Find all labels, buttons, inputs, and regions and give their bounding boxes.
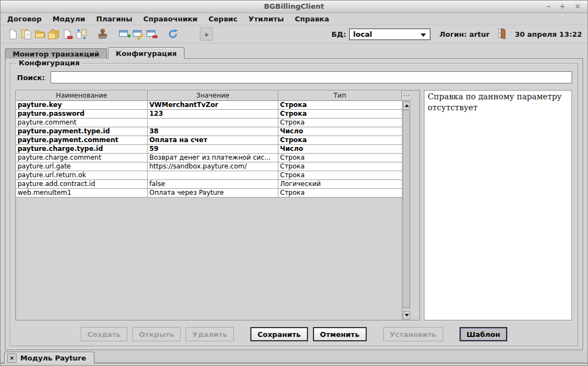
toolbar-right: БД: local Логин: artur 30 апреля 13:22: [332, 27, 582, 41]
cell-name: payture.url.gate: [16, 162, 148, 171]
cell-value: 38: [148, 127, 278, 136]
search-row: Поиск:: [17, 71, 572, 83]
cell-type: Строка: [278, 101, 402, 109]
cell-name: payture.add.contract.id: [16, 180, 148, 188]
cell-type: Строка: [278, 136, 402, 144]
copy-document-icon[interactable]: [20, 27, 33, 41]
cell-value: https://sandbox.payture.com/: [148, 162, 278, 171]
chevron-down-icon: [421, 33, 426, 37]
bottom-tab-label: Модуль Payture: [20, 354, 86, 362]
scroll-up-icon[interactable]: [403, 102, 410, 110]
menu-help[interactable]: Справка: [289, 14, 334, 24]
sync-documents-icon[interactable]: [75, 27, 88, 41]
cell-name: payture.charge.comment: [16, 154, 148, 162]
table-row[interactable]: payture.key VWMerchantTvZor Строка: [16, 101, 402, 110]
menu-modules[interactable]: Модули: [47, 14, 91, 24]
cell-type: Строка: [278, 171, 402, 179]
remove-window-icon[interactable]: [145, 27, 158, 41]
menu-contract[interactable]: Договор: [2, 14, 47, 24]
delete-button: Удалить: [186, 327, 234, 341]
column-header-name[interactable]: Наименование: [16, 91, 148, 101]
cell-name: payture.payment.comment: [16, 136, 148, 144]
menu-plugins[interactable]: Плагины: [91, 14, 138, 24]
menu-utilities[interactable]: Утилиты: [243, 14, 289, 24]
logout-door-icon[interactable]: [496, 27, 507, 41]
table-row[interactable]: payture.comment Строка: [16, 119, 402, 127]
cell-type: Логический: [278, 180, 402, 188]
cell-type: Строка: [278, 189, 402, 197]
create-button: Создать: [81, 327, 127, 341]
table-scrollbar[interactable]: [402, 101, 411, 320]
cell-name: payture.password: [16, 110, 148, 118]
delete-document-icon[interactable]: [61, 27, 74, 41]
table-row[interactable]: payture.payment.comment Оплата на счет С…: [16, 136, 402, 145]
menubar: Договор Модули Плагины Справочники Серви…: [1, 13, 587, 25]
scrollbar-thumb[interactable]: [403, 110, 410, 308]
toolbar: + БД: local Логин: artur 30 апреля 13:22: [1, 25, 587, 43]
cell-value: false: [148, 180, 278, 188]
cancel-button[interactable]: Отменить: [313, 327, 367, 341]
install-button: Установить: [383, 327, 443, 341]
db-select[interactable]: local: [349, 29, 430, 40]
tab-transaction-monitor[interactable]: Монитор транзакций: [5, 48, 107, 59]
cell-type: Строка: [278, 162, 402, 171]
login-label: Логин: artur: [439, 30, 489, 38]
search-input[interactable]: [51, 71, 572, 83]
cell-name: payture.payment.type.id: [16, 127, 148, 136]
search-label: Поиск:: [17, 74, 45, 82]
minimize-button[interactable]: –: [547, 2, 551, 10]
table-row[interactable]: payture.add.contract.id false Логический: [16, 180, 402, 189]
cell-name: payture.url.return.ok: [16, 171, 148, 179]
table-header: Наименование Значение Тип ...: [16, 91, 419, 101]
cell-value: Оплата на счет: [148, 136, 278, 144]
cell-type: Число: [278, 145, 402, 153]
cell-name: payture.charge.type.id: [16, 145, 148, 153]
table-row[interactable]: payture.password 123 Строка: [16, 110, 402, 119]
close-tab-icon[interactable]: ×: [7, 353, 16, 363]
new-document-icon[interactable]: [6, 27, 19, 41]
table-row[interactable]: payture.url.return.ok Строка: [16, 171, 402, 180]
table-row[interactable]: payture.payment.type.id 38 Число: [16, 127, 402, 136]
table-row[interactable]: payture.charge.comment Возврат денег из …: [16, 154, 402, 162]
window-title: BGBillingClient: [1, 2, 587, 10]
bottom-tab-module-payture[interactable]: × Модуль Payture: [4, 352, 94, 363]
table-body: payture.key VWMerchantTvZor Строка paytu…: [16, 101, 402, 320]
cell-type: Строка: [278, 110, 402, 118]
folders-stack-icon[interactable]: [47, 27, 60, 41]
parameters-table: Наименование Значение Тип ... payture.ke…: [15, 90, 420, 320]
column-header-value[interactable]: Значение: [148, 91, 278, 101]
app-window: BGBillingClient – + × Договор Модули Пла…: [0, 0, 588, 366]
cell-type: Строка: [278, 119, 402, 127]
cell-value: VWMerchantTvZor: [148, 101, 278, 109]
cell-value: Возврат денег из платежной сис...: [148, 154, 278, 162]
template-button[interactable]: Шаблон: [460, 327, 507, 341]
add-toolbar-button[interactable]: +: [200, 27, 213, 41]
bottom-tabstrip: × Модуль Payture: [1, 351, 587, 365]
db-label: БД:: [332, 30, 346, 38]
column-options-button[interactable]: ...: [402, 91, 411, 101]
table-row[interactable]: payture.url.gate https://sandbox.payture…: [16, 162, 402, 171]
save-button[interactable]: Сохранить: [250, 327, 308, 341]
cell-value: [148, 119, 278, 127]
tab-configuration[interactable]: Конфигурация: [108, 47, 184, 59]
configuration-groupbox: Конфигурация Поиск: Наименование Значени…: [10, 63, 578, 346]
titlebar: BGBillingClient – + ×: [1, 1, 587, 13]
add-window-icon[interactable]: [117, 27, 131, 41]
edit-window-icon[interactable]: [131, 27, 144, 41]
configuration-panel: Конфигурация Поиск: Наименование Значени…: [5, 58, 583, 350]
table-row[interactable]: web.menuItem1 Оплата через Payture Строк…: [16, 189, 402, 198]
menu-service[interactable]: Сервис: [203, 14, 243, 24]
table-row[interactable]: payture.charge.type.id 59 Число: [16, 145, 402, 154]
open-folder-icon[interactable]: [33, 27, 47, 41]
maximize-button[interactable]: +: [559, 2, 566, 10]
close-button[interactable]: ×: [574, 2, 581, 10]
parameter-help-panel: Справка по данному параметру отсутствует: [424, 90, 572, 320]
column-header-type[interactable]: Тип: [278, 91, 402, 101]
db-select-value: local: [353, 30, 372, 38]
menu-directories[interactable]: Справочники: [138, 14, 203, 24]
stamp-icon[interactable]: [96, 27, 109, 41]
groupbox-title: Конфигурация: [16, 59, 82, 67]
scroll-down-icon[interactable]: [403, 311, 410, 319]
refresh-icon[interactable]: [166, 27, 180, 41]
cell-value: 123: [148, 110, 278, 118]
